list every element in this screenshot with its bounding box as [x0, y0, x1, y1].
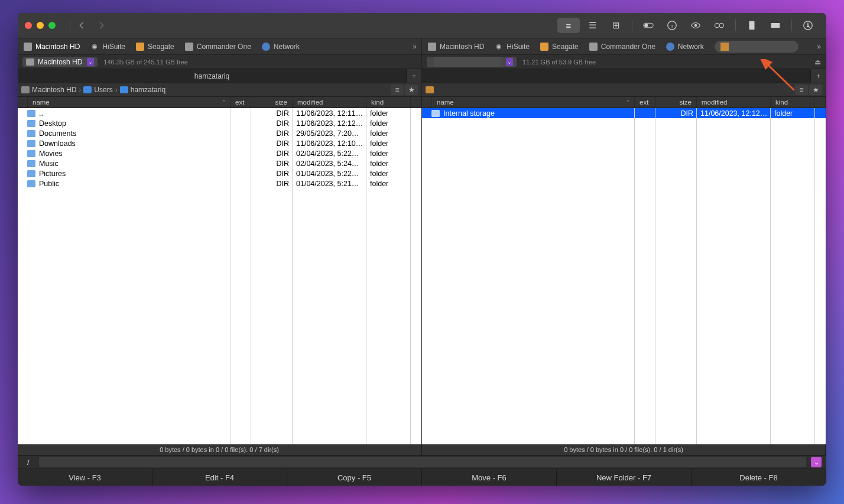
loc-phone-r[interactable]: xxxxxxxxxxxxxxx	[715, 41, 798, 53]
quicklook-icon[interactable]	[684, 18, 707, 33]
col-name[interactable]: name⌃	[28, 97, 231, 108]
loc-hisuite-r[interactable]: ◉HiSuite	[495, 43, 530, 51]
crumb-phone[interactable]	[426, 86, 434, 93]
svg-point-1	[644, 24, 648, 27]
file-list-right[interactable]: Internal storageDIR11/06/2023, 12:12…fol…	[422, 108, 826, 444]
copy-button[interactable]: Copy - F5	[287, 469, 422, 486]
locations-overflow-icon-r[interactable]: »	[817, 43, 821, 51]
status-left: 0 bytes / 0 bytes in 0 / 0 file(s). 0 / …	[18, 444, 421, 455]
folder-icon	[27, 160, 35, 167]
archive-icon[interactable]	[741, 18, 763, 33]
new-tab-right[interactable]: +	[810, 69, 826, 83]
col-size[interactable]: size	[251, 97, 293, 108]
locations-strip: Macintosh HD ◉HiSuite Seagate Commander …	[18, 38, 826, 55]
svg-point-6	[719, 23, 724, 28]
breadcrumb-row: Macintosh HD › Users › hamzatariq ≡ ★ ≡ …	[18, 83, 826, 97]
view-button[interactable]: View - F3	[18, 469, 152, 486]
col-kind-r[interactable]: kind	[771, 97, 815, 108]
cmd-line: / ⌄	[18, 455, 826, 469]
nav-back-button[interactable]	[74, 18, 90, 33]
file-row[interactable]: PublicDIR01/04/2023, 5:21…folder	[18, 178, 421, 188]
loc-commander-r[interactable]: Commander One	[589, 43, 655, 51]
view-list-icon[interactable]: ≡	[557, 18, 580, 33]
crumb-users[interactable]: Users	[83, 86, 112, 94]
file-panes: ..DIR11/06/2023, 12:11…folderDesktopDIR1…	[18, 108, 826, 455]
col-ext-r[interactable]: ext	[635, 97, 655, 108]
fav-icon-r[interactable]: ★	[809, 84, 822, 95]
file-row[interactable]: DesktopDIR11/06/2023, 12:12…folder	[18, 118, 421, 128]
file-row[interactable]: MusicDIR02/04/2023, 5:24…folder	[18, 158, 421, 168]
view-grid-icon[interactable]: ⊞	[605, 18, 627, 33]
eject-icon[interactable]: ⏏	[814, 58, 821, 66]
folder-icon	[27, 130, 35, 137]
col-kind[interactable]: kind	[366, 97, 411, 108]
file-row[interactable]: ..DIR11/06/2023, 12:11…folder	[18, 108, 421, 118]
file-row[interactable]: PicturesDIR01/04/2023, 5:22…folder	[18, 168, 421, 178]
loc-commander[interactable]: Commander One	[185, 43, 251, 51]
loc-mac[interactable]: Macintosh HD	[24, 43, 80, 51]
locations-overflow-icon[interactable]: »	[413, 43, 417, 51]
crumb-hdd[interactable]: Macintosh HD	[21, 86, 76, 94]
nav-forward-button[interactable]	[93, 18, 109, 33]
loc-network-r[interactable]: Network	[666, 43, 704, 51]
maximize-icon[interactable]	[48, 22, 56, 29]
move-button[interactable]: Move - F6	[422, 469, 557, 486]
footer: View - F3 Edit - F4 Copy - F5 Move - F6 …	[18, 469, 826, 486]
brief-view-icon-r[interactable]: ≡	[795, 84, 808, 95]
file-row[interactable]: Internal storageDIR11/06/2023, 12:12…fol…	[422, 108, 826, 118]
cmd-run-icon[interactable]: ⌄	[811, 457, 822, 467]
info-icon[interactable]: i	[661, 18, 683, 33]
folder-icon	[431, 110, 440, 117]
titlebar: ≡ ☰ ⊞ i	[18, 13, 826, 38]
view-columns-icon[interactable]: ☰	[581, 18, 603, 33]
edit-button[interactable]: Edit - F4	[152, 469, 287, 486]
file-row[interactable]: DocumentsDIR29/05/2023, 7:20…folder	[18, 128, 421, 138]
drive-free-left: 146.35 GB of 245.11 GB free	[103, 58, 187, 66]
window-controls	[25, 22, 56, 29]
tab-left[interactable]: hamzatariq	[18, 69, 406, 83]
new-tab-left[interactable]: +	[406, 69, 421, 83]
svg-text:i: i	[671, 22, 673, 29]
queue-icon[interactable]	[797, 18, 819, 33]
drive-selector-right[interactable]: xxxxxxxxxxxxxxxxx ⌄	[427, 57, 517, 67]
loc-hisuite[interactable]: ◉HiSuite	[90, 43, 125, 51]
col-name-r[interactable]: name⌃	[432, 97, 635, 108]
status-right: 0 bytes / 0 bytes in 0 / 0 file(s). 0 / …	[422, 444, 826, 455]
locations-right: Macintosh HD ◉HiSuite Seagate Commander …	[422, 38, 826, 54]
drive-free-right: 11.21 GB of 53.9 GB free	[522, 58, 596, 66]
svg-point-4	[694, 24, 697, 27]
delete-button[interactable]: Delete - F8	[692, 469, 826, 486]
svg-rect-8	[771, 23, 780, 28]
col-mod[interactable]: modified	[293, 97, 366, 108]
newfolder-button[interactable]: New Folder - F7	[557, 469, 692, 486]
col-mod-r[interactable]: modified	[697, 97, 771, 108]
folder-icon	[27, 170, 35, 177]
loc-mac-r[interactable]: Macintosh HD	[428, 43, 484, 51]
cmd-input[interactable]	[39, 457, 806, 467]
folder-icon	[27, 150, 35, 157]
locations-left: Macintosh HD ◉HiSuite Seagate Commander …	[18, 38, 422, 54]
col-ext[interactable]: ext	[231, 97, 251, 108]
close-icon[interactable]	[25, 22, 32, 29]
svg-rect-7	[749, 21, 755, 30]
crumb-user[interactable]: hamzatariq	[120, 86, 165, 94]
connections-icon[interactable]	[764, 18, 787, 33]
file-list-left[interactable]: ..DIR11/06/2023, 12:11…folderDesktopDIR1…	[18, 108, 421, 444]
tab-right[interactable]	[422, 69, 810, 83]
folder-icon	[27, 140, 35, 147]
col-size-r[interactable]: size	[655, 97, 697, 108]
fav-icon[interactable]: ★	[405, 84, 418, 95]
search-icon[interactable]	[708, 18, 731, 33]
file-row[interactable]: MoviesDIR02/04/2023, 5:22…folder	[18, 148, 421, 158]
file-row[interactable]: DownloadsDIR11/06/2023, 12:10…folder	[18, 138, 421, 148]
brief-view-icon[interactable]: ≡	[391, 84, 404, 95]
minimize-icon[interactable]	[37, 22, 44, 29]
loc-seagate-r[interactable]: Seagate	[540, 43, 579, 51]
tabs-row: hamzatariq + +	[18, 69, 826, 83]
pane-left: ..DIR11/06/2023, 12:11…folderDesktopDIR1…	[18, 108, 422, 455]
drive-label-left: Macintosh HD	[38, 58, 82, 66]
toggle-hidden-icon[interactable]	[637, 18, 660, 33]
loc-seagate[interactable]: Seagate	[136, 43, 174, 51]
loc-network[interactable]: Network	[262, 43, 300, 51]
drive-selector-left[interactable]: Macintosh HD ⌄	[22, 57, 98, 67]
